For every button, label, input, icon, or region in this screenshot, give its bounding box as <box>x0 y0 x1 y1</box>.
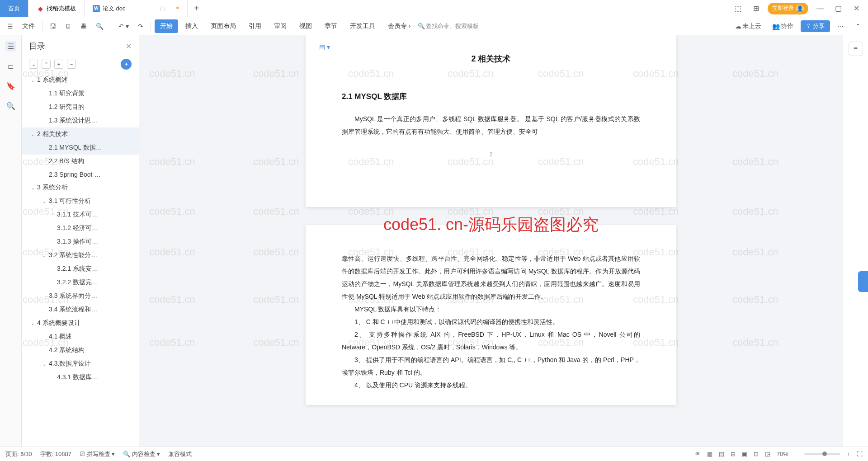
print-icon[interactable]: 🖶 <box>77 20 90 33</box>
remove-item-icon[interactable]: − <box>67 60 76 69</box>
doc-paragraph: 4、 以及使用的 CPU 资源来支持多线程。 <box>342 379 640 391</box>
maximize-icon[interactable]: ▢ <box>832 2 844 15</box>
status-page[interactable]: 页面: 6/30 <box>5 450 32 458</box>
status-words[interactable]: 字数: 10887 <box>40 450 71 458</box>
outline-panel-icon[interactable]: ☰ <box>5 41 16 52</box>
undo-icon[interactable]: ↶ ▾ <box>115 20 132 33</box>
add-item-icon[interactable]: + <box>54 60 63 69</box>
document-area[interactable]: ▤ ▾ 2 相关技术 2.1 MYSQL 数据库 MySQL 是一个真正的多用户… <box>139 35 843 447</box>
zoom-slider[interactable] <box>804 453 840 455</box>
layout-icon[interactable]: ⬚ <box>731 2 744 15</box>
user-icon: 👤 <box>796 5 804 13</box>
status-compat[interactable]: 兼容模式 <box>168 450 192 458</box>
command-search[interactable]: 🔍 查找命令、搜索模板 <box>418 22 479 30</box>
bookmark-icon[interactable]: 🔖 <box>5 80 16 91</box>
tab-templates[interactable]: ◆ 找稻壳模板 <box>28 0 85 17</box>
minimize-icon[interactable]: — <box>814 2 826 15</box>
status-spellcheck[interactable]: ☑ 拼写检查 ▾ <box>80 450 115 458</box>
outline-item[interactable]: 2.3 Spring Boot … <box>22 168 139 181</box>
save-as-icon[interactable]: 🗎 <box>61 20 75 33</box>
feedback-tab[interactable] <box>858 271 868 292</box>
outline-item[interactable]: 3.1.1 技术可… <box>22 208 139 221</box>
collapse-all-icon[interactable]: ⌄ <box>29 60 38 69</box>
left-iconbar: ☰ ⊏ 🔖 🔍 <box>0 35 22 447</box>
outline-item[interactable]: 2.2 B/S 结构 <box>22 155 139 168</box>
cloud-status[interactable]: ☁ 未上云 <box>731 19 765 33</box>
menu-layout[interactable]: 页面布局 <box>205 19 241 33</box>
file-menu[interactable]: 文件 <box>19 19 38 33</box>
view-mode-3-icon[interactable]: ⊞ <box>731 451 736 457</box>
status-content-check[interactable]: 🔍 内容检查 ▾ <box>123 450 160 458</box>
outline-item[interactable]: ⌄3.2 系统性能分… <box>22 249 139 262</box>
doc-paragraph: 靠性高、运行速度快、多线程、跨平台性、完全网络化、稳定性等，非常适用于 Web … <box>342 252 640 303</box>
outline-item[interactable]: 3.2.2 数据完… <box>22 276 139 289</box>
menu-review[interactable]: 审阅 <box>269 19 292 33</box>
outline-item[interactable]: ⌄3 系统分析 <box>22 181 139 194</box>
search-icon: 🔍 <box>418 23 425 29</box>
menu-member[interactable]: 会员专 › <box>382 19 416 33</box>
outline-item[interactable]: ⌄1 系统概述 <box>22 73 139 87</box>
outline-item[interactable]: 4.3.1 数据库… <box>22 371 139 384</box>
menu-view[interactable]: 视图 <box>294 19 317 33</box>
outline-title: 目录 <box>29 41 45 52</box>
zoom-fit-icon[interactable]: ◲ <box>765 451 770 457</box>
outline-item[interactable]: 1.2 研究目的 <box>22 100 139 114</box>
zoom-level[interactable]: 70% <box>777 451 788 457</box>
doc-paragraph: MYSQL 数据库具有以下特点： <box>342 303 640 315</box>
ruler-icon[interactable]: ⊏ <box>5 61 16 71</box>
outline-item[interactable]: 1.1 研究背景 <box>22 87 139 100</box>
save-icon[interactable]: 🖫 <box>46 20 60 33</box>
outline-close-icon[interactable]: ✕ <box>126 42 132 51</box>
outline-item[interactable]: 3.3 系统界面分… <box>22 289 139 303</box>
login-button[interactable]: 立即登录 👤 <box>768 3 808 14</box>
outline-item[interactable]: ⌄4.3.数据库设计 <box>22 357 139 371</box>
outline-item[interactable]: 4.1 概述 <box>22 330 139 343</box>
collapse-ribbon-icon[interactable]: ⌃ <box>852 20 864 33</box>
fullscreen-icon[interactable]: ⛶ <box>857 451 863 457</box>
hamburger-icon[interactable]: ☰ <box>4 20 17 33</box>
right-iconbar: ≡ <box>843 35 868 447</box>
page-header-icon[interactable]: ▤ ▾ <box>319 43 330 51</box>
outline-item[interactable]: 1.3 系统设计思… <box>22 114 139 127</box>
doc-section-title: 2 相关技术 <box>342 53 640 64</box>
search-panel-icon[interactable]: 🔍 <box>5 100 16 111</box>
outline-item[interactable]: ⌄3.1 可行性分析 <box>22 194 139 208</box>
outline-tools: ⌄ ⌃ + − ✦ <box>22 57 139 73</box>
view-mode-1-icon[interactable]: ▦ <box>707 451 712 457</box>
apps-icon[interactable]: ⊞ <box>750 2 762 15</box>
outline-item[interactable]: 3.1.2 经济可… <box>22 221 139 235</box>
more-icon[interactable]: ⋯ <box>834 20 848 33</box>
eye-icon[interactable]: 👁 <box>695 451 701 457</box>
share-button[interactable]: ⇪ 分享 <box>801 20 830 32</box>
outline-item[interactable]: 4.2 系统结构 <box>22 343 139 357</box>
menu-ref[interactable]: 引用 <box>243 19 267 33</box>
redo-icon[interactable]: ↷ <box>134 20 147 33</box>
outline-item[interactable]: ⌄2 相关技术 <box>22 127 139 141</box>
properties-icon[interactable]: ≡ <box>849 42 863 56</box>
outline-item[interactable]: ⌄4 系统概要设计 <box>22 316 139 330</box>
page-2: 靠性高、运行速度快、多线程、跨平台性、完全网络化、稳定性等，非常适用于 Web … <box>306 225 676 405</box>
zoom-in-icon[interactable]: + <box>847 451 850 457</box>
tab-home[interactable]: 首页 <box>0 0 28 17</box>
doc-paragraph: 1、 C 和 C ++中使用和测试，以确保源代码的编译器的便携性和灵活性。 <box>342 315 640 328</box>
tab-document[interactable]: W 论文.doc ▢ • <box>85 0 188 17</box>
tab-add[interactable]: + <box>188 3 206 14</box>
expand-all-icon[interactable]: ⌃ <box>42 60 51 69</box>
outline-item[interactable]: 3.4 系统流程和… <box>22 303 139 316</box>
view-mode-4-icon[interactable]: ▣ <box>742 451 747 457</box>
outline-item[interactable]: 3.2.1 系统安… <box>22 262 139 276</box>
menu-start[interactable]: 开始 <box>155 19 178 33</box>
zoom-out-icon[interactable]: − <box>795 451 798 457</box>
close-icon[interactable]: ✕ <box>850 2 863 15</box>
preview-icon[interactable]: 🔍 <box>92 20 107 33</box>
menu-dev[interactable]: 开发工具 <box>344 19 381 33</box>
ai-assistant-icon[interactable]: ✦ <box>121 59 132 70</box>
menu-insert[interactable]: 插入 <box>180 19 203 33</box>
menu-chapter[interactable]: 章节 <box>319 19 343 33</box>
monitor-icon[interactable]: ▢ <box>160 5 165 12</box>
outline-item[interactable]: 3.1.3 操作可… <box>22 235 139 249</box>
collab-button[interactable]: 👥 协作 <box>769 19 797 33</box>
outline-item[interactable]: 2.1 MYSQL 数据… <box>22 141 139 155</box>
view-mode-5-icon[interactable]: ⊡ <box>754 451 759 457</box>
view-mode-2-icon[interactable]: ▤ <box>719 451 724 457</box>
